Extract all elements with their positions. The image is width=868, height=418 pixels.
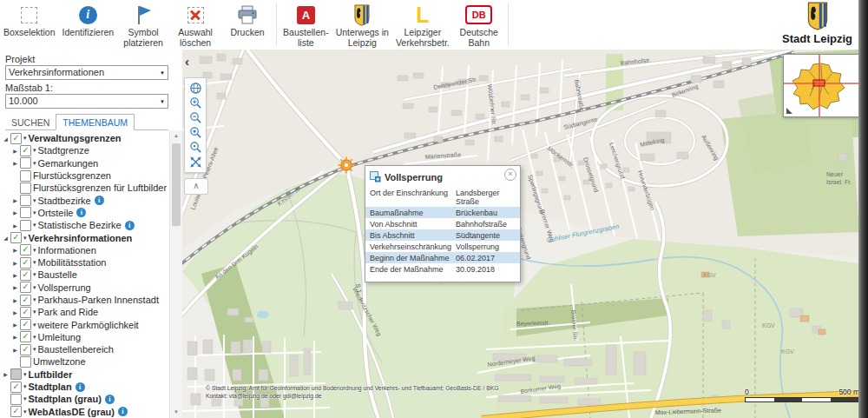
- tree-item-verwaltungsgrenzen[interactable]: ◢✓▾Verwaltungsgrenzen: [0, 132, 170, 144]
- scroll-up-icon[interactable]: ▲: [170, 130, 182, 142]
- layer-menu-caret-icon[interactable]: ▾: [33, 209, 36, 216]
- tree-item-webatlasde-grau-[interactable]: ✓▾WebAtlasDE (grau)i: [0, 406, 170, 418]
- deutsche-bahn-button[interactable]: DB DeutscheBahn: [453, 0, 505, 48]
- layer-menu-caret-icon[interactable]: ▾: [23, 235, 27, 242]
- tree-item-flurstücksgrenzen[interactable]: Flurstücksgrenzen: [0, 169, 170, 182]
- tree-item-stadtbezirke[interactable]: ▶▾Stadtbezirkei: [0, 194, 170, 206]
- tree-item-umleitung[interactable]: ▶✓▾Umleitung: [0, 331, 170, 343]
- tree-item-baustellenbereich[interactable]: ▶✓▾Baustellenbereich: [0, 343, 170, 355]
- previous-extent-button[interactable]: [187, 140, 203, 155]
- expander-icon[interactable]: ▶: [11, 197, 19, 203]
- tree-item-park-and-ride[interactable]: ▶✓▾Park and Ride: [0, 306, 170, 318]
- tree-item-mobilitätsstation[interactable]: ▶✓▾Mobilitätsstation: [0, 256, 170, 269]
- map-canvas[interactable]: Louise-Otto-Peters-Allee An den Drei Kug…: [182, 50, 868, 418]
- tree-item-statistische-bezirke[interactable]: ▶▾Statistische Bezirkei: [0, 219, 170, 231]
- layer-checkbox[interactable]: [10, 394, 22, 405]
- close-icon[interactable]: ×: [504, 169, 516, 181]
- layer-menu-caret-icon[interactable]: ▾: [33, 259, 36, 266]
- tree-item-flurstücksgrenzen-für-luftbilder[interactable]: Flurstücksgrenzen für Luftbilder: [0, 182, 170, 194]
- layer-menu-caret-icon[interactable]: ▾: [33, 271, 36, 278]
- auswahl-loeschen-button[interactable]: Auswahllöschen: [169, 0, 221, 48]
- zoom-in-button[interactable]: [187, 96, 203, 110]
- expander-icon[interactable]: ▶: [11, 284, 19, 290]
- expander-icon[interactable]: ▶: [11, 347, 19, 353]
- layer-checkbox[interactable]: ✓: [20, 282, 31, 293]
- layer-checkbox[interactable]: [20, 220, 31, 231]
- tree-item-stadtplan-grau-[interactable]: ▾Stadtplan (grau)i: [0, 393, 170, 405]
- tree-item-ortsteile[interactable]: ▶▾Ortsteilei: [0, 207, 170, 219]
- tree-item-verkehrsinformationen[interactable]: ◢✓▾Verkehrsinformationen: [0, 231, 170, 243]
- expander-icon[interactable]: ▶: [11, 297, 19, 303]
- overview-toggle-icon[interactable]: [786, 108, 792, 114]
- layer-checkbox[interactable]: [20, 195, 31, 206]
- tree-scrollbar[interactable]: ▲ ▼: [169, 130, 182, 418]
- layer-menu-caret-icon[interactable]: ▾: [33, 309, 36, 315]
- layer-menu-caret-icon[interactable]: ▾: [23, 395, 27, 402]
- layer-checkbox[interactable]: ✓: [20, 319, 31, 330]
- layer-checkbox[interactable]: [20, 207, 31, 218]
- layer-menu-caret-icon[interactable]: ▾: [33, 222, 36, 229]
- vollsperrung-marker[interactable]: [338, 156, 355, 174]
- tree-item-luftbilder[interactable]: ▶▾Luftbilder: [0, 368, 170, 381]
- layer-menu-caret-icon[interactable]: ▾: [23, 408, 27, 415]
- overview-map[interactable]: [783, 54, 859, 117]
- layer-checkbox[interactable]: [20, 356, 31, 368]
- expander-icon[interactable]: ◢: [2, 235, 10, 241]
- layer-checkbox[interactable]: ✓: [20, 331, 31, 342]
- drucken-button[interactable]: Drucken: [221, 0, 273, 37]
- layer-menu-caret-icon[interactable]: ▾: [33, 197, 36, 204]
- layer-checkbox[interactable]: ✓: [20, 145, 31, 156]
- layer-menu-caret-icon[interactable]: ▾: [33, 284, 36, 291]
- leipziger-verkehrsbetriebe-button[interactable]: L LeipzigerVerkehrsbetr.: [392, 0, 453, 48]
- tree-item-umweltzone[interactable]: Umweltzone: [0, 355, 170, 368]
- expander-icon[interactable]: ▶: [11, 209, 19, 216]
- sidebar-collapse-icon[interactable]: ‹: [185, 55, 189, 68]
- layer-menu-caret-icon[interactable]: ▾: [23, 383, 27, 390]
- tree-item-vollsperrung[interactable]: ▶✓▾Vollsperrung: [0, 282, 170, 294]
- tree-item-informationen[interactable]: ▶✓▾Informationen: [0, 244, 170, 256]
- layer-checkbox[interactable]: [20, 170, 31, 182]
- layer-menu-caret-icon[interactable]: ▾: [33, 322, 36, 328]
- layer-checkbox[interactable]: ✓: [10, 406, 22, 417]
- layer-checkbox[interactable]: ✓: [10, 382, 22, 393]
- expander-icon[interactable]: ▶: [11, 334, 19, 340]
- pan-button[interactable]: [187, 155, 203, 169]
- tab-suchen[interactable]: SUCHEN: [5, 115, 56, 129]
- boxselektion-button[interactable]: Boxselektion: [0, 0, 59, 37]
- tree-item-parkhaus-parken-innenstadt[interactable]: ▶✓▾Parkhaus-Parken Innenstadt: [0, 294, 170, 306]
- layer-checkbox[interactable]: ✓: [20, 295, 31, 306]
- identifizieren-button[interactable]: i Identifizieren: [59, 0, 118, 37]
- tree-item-stadtplan[interactable]: ✓▾Stadtplani: [0, 381, 170, 393]
- layer-checkbox[interactable]: [10, 368, 22, 380]
- layer-menu-caret-icon[interactable]: ▾: [33, 147, 36, 154]
- project-select[interactable]: Verkehrsinformationen ▼: [5, 65, 168, 80]
- map-viewport[interactable]: Louise-Otto-Peters-Allee An den Drei Kug…: [182, 50, 868, 418]
- info-icon[interactable]: i: [105, 395, 115, 404]
- full-extent-button[interactable]: [187, 81, 203, 96]
- scroll-down-icon[interactable]: ▼: [170, 407, 182, 418]
- layer-checkbox[interactable]: ✓: [20, 244, 31, 255]
- layer-menu-caret-icon[interactable]: ▾: [23, 135, 27, 142]
- info-icon[interactable]: i: [118, 407, 128, 416]
- layer-checkbox[interactable]: ✓: [10, 232, 22, 243]
- tree-item-baustelle[interactable]: ▶✓▾Baustelle: [0, 269, 170, 281]
- zoom-window-button[interactable]: [187, 125, 203, 140]
- info-icon[interactable]: i: [125, 221, 135, 230]
- expander-icon[interactable]: ▶: [11, 247, 19, 253]
- symbol-platzieren-button[interactable]: Symbolplatzieren: [117, 0, 169, 48]
- layer-checkbox[interactable]: [20, 182, 31, 194]
- tree-item-stadtgrenze[interactable]: ▶✓▾Stadtgrenze: [0, 144, 170, 156]
- layer-checkbox[interactable]: ✓: [20, 269, 31, 281]
- info-icon[interactable]: i: [95, 196, 104, 205]
- tree-item-weitere-parkmöglichkeit[interactable]: ▶✓▾weitere Parkmöglichkeit: [0, 318, 170, 330]
- panel-collapse-button[interactable]: ∧: [184, 178, 208, 195]
- layer-menu-caret-icon[interactable]: ▾: [33, 346, 36, 353]
- tree-item-gemarkungen[interactable]: ▶▾Gemarkungen: [0, 157, 170, 169]
- layer-menu-caret-icon[interactable]: ▾: [33, 296, 36, 303]
- expander-icon[interactable]: ▶: [11, 322, 19, 328]
- layer-checkbox[interactable]: ✓: [20, 344, 31, 355]
- layer-menu-caret-icon[interactable]: ▾: [33, 247, 36, 254]
- expander-icon[interactable]: ▶: [11, 148, 19, 154]
- scale-select[interactable]: 10.000 ▼: [5, 94, 168, 109]
- expander-icon[interactable]: ▶: [11, 160, 19, 166]
